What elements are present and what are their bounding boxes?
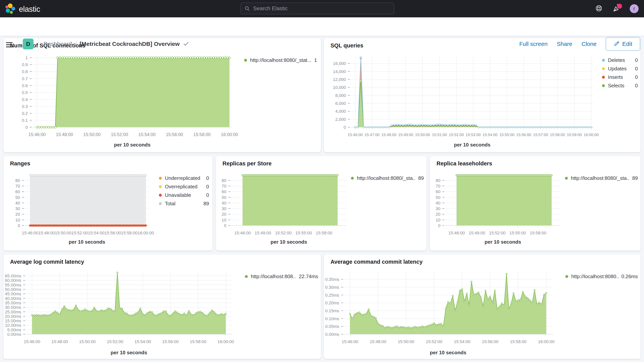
avatar[interactable]: r [630,4,638,13]
svg-text:25.00ms: 25.00ms [5,310,21,314]
svg-text:16:00:00: 16:00:00 [138,230,154,235]
legend-item[interactable]: Overreplicated 0 [159,182,209,191]
legend-item[interactable]: Inserts 0 [602,73,638,81]
edit-button[interactable]: Edit [606,37,640,51]
svg-text:15:52:00: 15:52:00 [426,339,442,344]
svg-text:40: 40 [222,201,226,206]
legend-item[interactable]: Deletes 0 [602,56,638,64]
replicas-per-store-chart[interactable]: 15:46:0015:49:0015:52:0015:55:0015:58:00… [216,172,349,237]
series-dot [159,202,162,205]
legend-item[interactable]: Selects 0 [602,81,638,90]
svg-text:15:50:00: 15:50:00 [55,230,72,235]
svg-text:15:46:00: 15:46:00 [348,132,363,137]
svg-text:15:54:00: 15:54:00 [134,339,151,344]
menu-button[interactable] [6,42,13,49]
share-button[interactable]: Share [557,41,572,47]
series-dot [565,275,568,278]
sql-queries-chart[interactable]: 15:46:0015:47:0015:48:0015:49:0015:50:00… [324,54,596,138]
sql-connections-chart[interactable]: 15:46:0015:48:0015:50:0015:52:0015:54:00… [4,54,242,138]
svg-text:15:58:00: 15:58:00 [190,339,206,344]
series-dot [602,59,605,62]
legend-item[interactable]: http://localhost:8080... 0.26ms [565,272,638,281]
svg-text:15:58:00: 15:58:00 [530,230,546,235]
svg-text:0: 0 [224,223,226,228]
svg-text:0.35ms: 0.35ms [325,277,339,282]
log-commit-latency-chart[interactable]: 15:46:0015:48:0015:50:0015:52:0015:54:00… [4,271,242,348]
svg-text:70: 70 [222,184,226,188]
legend-item[interactable]: Unavailable 0 [159,191,209,199]
legend-item[interactable]: http://localhost:8080/_sta... 89 [351,174,424,182]
breadcrumb-dashboard-link[interactable]: Dashboard [44,41,72,47]
svg-text:50: 50 [222,195,226,200]
svg-text:15:50:00: 15:50:00 [415,132,430,137]
series-label: http://localhost:8080/_sta... [357,175,416,181]
svg-text:15:56:00: 15:56:00 [516,132,531,137]
svg-text:50: 50 [16,195,20,200]
svg-text:15:54:00: 15:54:00 [482,132,498,137]
series-label: Inserts [608,74,632,80]
series-label: http://localhost:8080/_stat... [250,57,312,63]
svg-text:10: 10 [222,218,226,222]
hamburger-icon [6,42,13,48]
search-input[interactable] [253,5,394,12]
panel-ranges: Ranges 15:46:0015:48:0015:50:0015:52:001… [4,156,212,250]
svg-text:0.7: 0.7 [22,76,28,81]
dashboard-app-badge[interactable]: D [23,38,34,49]
svg-text:60.00ms: 60.00ms [5,278,21,283]
svg-text:15:55:00: 15:55:00 [296,230,312,235]
panel-number-of-sql-connections: Number of SQL connections 15:46:0015:48:… [4,38,321,152]
clone-button[interactable]: Clone [582,41,596,47]
ranges-chart[interactable]: 15:46:0015:48:0015:50:0015:52:0015:54:00… [4,172,158,237]
svg-text:15:55:00: 15:55:00 [500,132,514,137]
svg-text:0: 0 [26,125,28,130]
series-value: 0.26ms [622,274,638,280]
full-screen-button[interactable]: Full screen [519,41,548,47]
series-value: 0 [206,192,209,198]
newsfeed-button[interactable] [612,4,621,13]
legend-item[interactable]: Updates 0 [602,64,638,73]
legend-item[interactable]: Total 89 [159,199,209,208]
title-options-icon[interactable] [184,42,188,46]
x-axis-title: per 10 seconds [232,239,346,245]
replica-leaseholders-chart[interactable]: 15:46:0015:49:0015:52:0015:55:0015:58:00… [430,172,563,237]
svg-text:15:56:00: 15:56:00 [482,339,498,344]
legend-item[interactable]: http://localhost:8080/_stat... 1 [244,56,317,64]
life-buoy-icon [595,4,603,13]
svg-text:20: 20 [436,212,440,217]
svg-text:15:49:00: 15:49:00 [255,230,271,235]
svg-text:15:58:00: 15:58:00 [316,230,332,235]
series-label: Updates [608,66,632,72]
x-axis-title: per 10 seconds [351,142,594,148]
svg-text:15:46:00: 15:46:00 [24,339,40,344]
svg-text:15:56:00: 15:56:00 [166,132,183,137]
series-label: Total [165,201,201,207]
svg-text:30: 30 [16,206,20,211]
panel-title: Average command commit latency [330,259,423,265]
series-label: http://localhost:808... [251,274,296,280]
svg-text:0.4: 0.4 [22,97,28,102]
series-label: Unavailable [165,192,204,198]
svg-text:0.2: 0.2 [22,111,28,116]
svg-text:15:50:00: 15:50:00 [79,339,96,344]
elastic-logo[interactable]: elastic [5,3,40,15]
svg-text:15:52:00: 15:52:00 [107,339,124,344]
legend-item[interactable]: Underreplicated 0 [159,174,209,182]
logo-wordmark: elastic [19,5,40,14]
command-commit-latency-chart[interactable]: 15:46:0015:48:0015:50:0015:52:0015:54:00… [324,271,563,348]
series-value: 89 [418,175,424,181]
svg-text:15:47:00: 15:47:00 [364,132,380,137]
legend-item[interactable]: http://localhost:8080/_sta... 89 [565,174,638,182]
legend-item[interactable]: http://localhost:808... 22.74ms [245,272,318,281]
panel-title: Replica leaseholders [436,160,492,167]
notification-dot [617,4,622,9]
svg-text:0.25ms: 0.25ms [325,293,339,298]
global-search[interactable] [241,3,394,14]
page-title: [Metricbeat CockroachDB] Overview [80,41,180,47]
x-axis-title: per 10 seconds [446,239,560,245]
series-dot [244,59,247,62]
svg-text:0: 0 [344,125,346,130]
series-value: 0 [206,184,209,190]
svg-text:6,000: 6,000 [335,101,346,106]
help-button[interactable] [594,4,604,13]
svg-text:20: 20 [16,212,20,217]
